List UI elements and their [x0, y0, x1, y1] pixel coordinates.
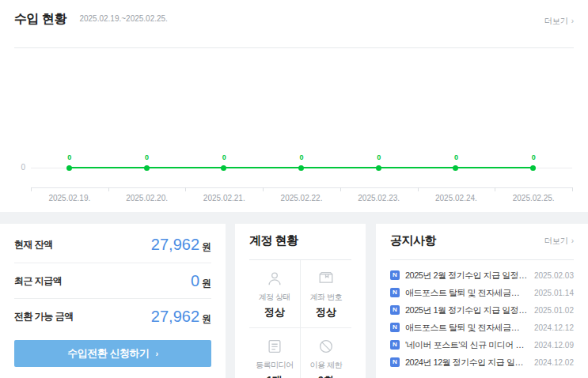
chart-data-point [298, 165, 304, 171]
balance-card: 현재 잔액 27,962원 최근 지급액 0원 전환 가능 금액 27,962원… [0, 224, 226, 378]
income-section: 수입 현황 2025.02.19.~2025.02.25. 더보기› 0 000… [0, 0, 588, 212]
notice-title: 2024년 12월 정기수입 지급 일정 안내 [405, 357, 528, 369]
notice-date: 2024.12.09 [534, 341, 574, 350]
notice-n-badge-icon: N [390, 270, 400, 280]
account-cell-restriction: 이용 제한 0회 [301, 327, 352, 378]
adpost-dashboard: 수입 현황 2025.02.19.~2025.02.25. 더보기› 0 000… [0, 0, 588, 378]
bankbook-icon [317, 270, 335, 287]
notices-header: 공지사항 더보기› [390, 233, 574, 248]
chart-data-point [144, 165, 150, 171]
chart-x-axis-line [31, 187, 572, 188]
account-grid: 계정 상태 정상 계좌 번호 정상 등록미디어 1개 [249, 260, 351, 378]
chart-x-tick [418, 187, 419, 191]
notice-n-badge-icon: N [390, 305, 400, 315]
notice-row[interactable]: N 애드포스트 탈퇴 및 전자세금계산서 역발행 … 2025.01.14 [390, 284, 574, 301]
balance-row-recent-payment: 최근 지급액 0원 [14, 263, 211, 298]
more-link-label: 더보기 [544, 17, 568, 25]
account-cell-label: 계좌 번호 [310, 292, 342, 303]
account-cell-value: 정상 [264, 305, 285, 319]
currency-unit: 원 [202, 313, 211, 324]
notice-row[interactable]: N 2025년 1월 정기수입 지급 일정 안내 2025.01.02 [390, 301, 574, 319]
chart-point-label: 0 [290, 153, 313, 161]
account-cell-bank-number: 계좌 번호 정상 [301, 260, 352, 327]
notices-card: 공지사항 더보기› N 2025년 2월 정기수입 지급 일정 안내 2025.… [376, 224, 588, 378]
income-title: 수입 현황 [14, 11, 66, 28]
balance-label: 현재 잔액 [14, 238, 53, 251]
notice-n-badge-icon: N [390, 357, 400, 367]
income-line-chart: 0 0000000 2025.02.19.2025.02.20.2025.02.… [0, 47, 588, 212]
notice-list: N 2025년 2월 정기수입 지급 일정 안내 2025.02.03 N 애드… [390, 266, 574, 371]
balance-value: 27,962원 [151, 308, 211, 326]
chart-point-label: 0 [444, 153, 468, 161]
notice-row[interactable]: N '네이버 포스트'의 신규 미디어 등록 종료 안… 2024.12.09 [390, 336, 574, 353]
notice-date: 2024.12.02 [534, 358, 574, 367]
chart-x-tick [572, 187, 573, 191]
chart-x-tick [495, 187, 495, 191]
chart-x-tick-label: 2025.02.25. [495, 194, 572, 202]
notice-date: 2025.02.03 [534, 271, 574, 280]
more-link-label: 더보기 [544, 236, 568, 245]
balance-amount: 27,962 [151, 308, 199, 325]
block-icon [317, 338, 335, 355]
notice-title: 애드포스트 탈퇴 및 전자세금계산서 역발행 … [405, 287, 528, 299]
notice-title: 애드포스트 탈퇴 및 전자세금계산서 역발행 … [405, 322, 528, 334]
account-cell-value: 1개 [267, 373, 283, 378]
notice-row[interactable]: N 애드포스트 탈퇴 및 전자세금계산서 역발행 … 2024.12.12 [390, 319, 574, 336]
chart-point-label: 0 [135, 153, 159, 161]
currency-unit: 원 [202, 241, 211, 252]
chart-x-tick-label: 2025.02.23. [340, 194, 418, 202]
notice-title: 2025년 1월 정기수입 지급 일정 안내 [405, 304, 528, 316]
income-convert-button[interactable]: 수입전환 신청하기› [14, 340, 211, 367]
user-icon [266, 270, 283, 287]
chart-x-tick-label: 2025.02.20. [108, 194, 186, 202]
income-date-range: 2025.02.19.~2025.02.25. [79, 14, 168, 23]
notices-more-link[interactable]: 더보기› [544, 236, 574, 247]
balance-value: 27,962원 [151, 236, 211, 254]
chevron-right-icon: › [571, 236, 574, 245]
chart-x-tick-label: 2025.02.24. [418, 194, 495, 202]
account-cell-label: 계정 상태 [259, 292, 290, 303]
account-cell-value: 0회 [318, 373, 334, 378]
notice-title: '네이버 포스트'의 신규 미디어 등록 종료 안… [405, 339, 528, 351]
account-cell-status: 계정 상태 정상 [249, 260, 301, 327]
currency-unit: 원 [202, 278, 211, 289]
notice-row[interactable]: N 2024년 12월 정기수입 지급 일정 안내 2024.12.02 [390, 353, 574, 371]
notice-date: 2024.12.12 [534, 323, 574, 332]
income-header: 수입 현황 2025.02.19.~2025.02.25. 더보기› [14, 11, 574, 32]
balance-amount: 27,962 [151, 236, 199, 253]
account-card-title: 계정 현황 [249, 233, 351, 248]
account-cell-media: 등록미디어 1개 [249, 327, 301, 378]
notice-n-badge-icon: N [390, 340, 400, 350]
account-cell-label: 등록미디어 [256, 360, 294, 371]
chevron-right-icon: › [155, 349, 157, 358]
convert-button-label: 수입전환 신청하기 [67, 347, 149, 359]
chart-x-tick-label: 2025.02.19. [31, 194, 108, 202]
chart-data-point [530, 165, 536, 171]
chevron-right-icon: › [571, 17, 574, 25]
notice-n-badge-icon: N [390, 288, 400, 297]
chart-data-point [453, 165, 458, 171]
chart-data-point [66, 165, 72, 171]
chart-data-point [376, 165, 381, 171]
notice-n-badge-icon: N [390, 323, 400, 332]
account-status-card: 계정 현황 계정 상태 정상 계좌 번호 정상 [235, 224, 366, 378]
document-icon [266, 338, 283, 355]
chart-x-tick [185, 187, 186, 191]
chart-x-tick [108, 187, 109, 191]
notice-date: 2025.01.02 [534, 306, 574, 315]
balance-amount: 0 [191, 272, 199, 289]
chart-point-label: 0 [367, 153, 391, 161]
chart-point-label: 0 [58, 153, 82, 161]
balance-label: 전환 가능 금액 [14, 310, 74, 323]
summary-band: 현재 잔액 27,962원 최근 지급액 0원 전환 가능 금액 27,962원… [0, 212, 588, 378]
chart-y-axis-tick: 0 [14, 163, 25, 172]
notice-title: 2025년 2월 정기수입 지급 일정 안내 [405, 270, 528, 282]
income-more-link[interactable]: 더보기› [544, 16, 574, 27]
balance-label: 최근 지급액 [14, 274, 62, 288]
balance-row-convertible: 전환 가능 금액 27,962원 [14, 298, 211, 334]
notice-date: 2025.01.14 [534, 289, 574, 297]
account-cell-value: 정상 [316, 305, 336, 319]
chart-point-label: 0 [212, 153, 236, 161]
chart-x-axis: 2025.02.19.2025.02.20.2025.02.21.2025.02… [31, 187, 572, 211]
notice-row[interactable]: N 2025년 2월 정기수입 지급 일정 안내 2025.02.03 [390, 266, 574, 284]
